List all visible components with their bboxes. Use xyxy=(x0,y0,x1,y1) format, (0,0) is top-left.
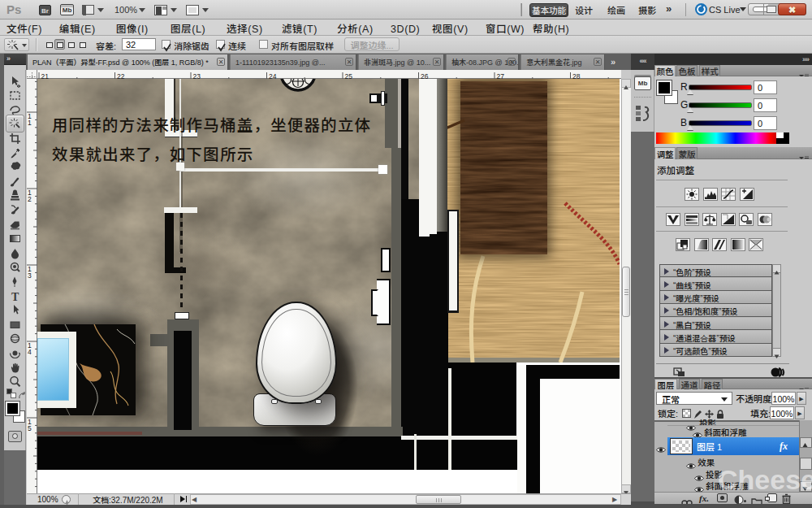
svg-text:T: T xyxy=(11,290,19,302)
svg-text:3: 3 xyxy=(28,271,32,280)
svg-text:5: 5 xyxy=(28,424,32,432)
svg-text:1: 1 xyxy=(28,119,32,127)
svg-text:4: 4 xyxy=(28,348,32,356)
svg-text:2: 2 xyxy=(28,195,32,203)
